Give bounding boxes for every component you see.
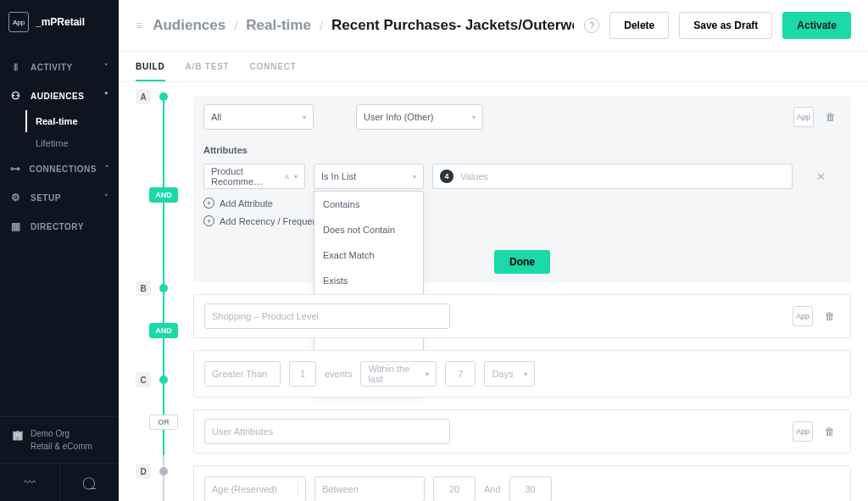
and-label: And (484, 484, 501, 494)
subnav-lifetime[interactable]: Lifetime (25, 132, 119, 154)
subnav-realtime[interactable]: Real-time (25, 110, 119, 132)
done-button[interactable]: Done (494, 250, 550, 274)
step-badge-b: B (136, 281, 151, 296)
event-select[interactable]: User Info (Other)▾ (356, 104, 483, 130)
breadcrumb-sep: / (320, 19, 323, 33)
chevron-down-icon: ▾ (294, 173, 298, 181)
org-selector[interactable]: 🏢 Demo Org Retail & eComm (0, 416, 119, 463)
nav-audiences[interactable]: ⚇AUDIENCES˅ (0, 81, 119, 110)
app-filter-button[interactable]: App (793, 107, 814, 127)
logo-icon: App (8, 12, 29, 32)
help-icon[interactable]: ? (584, 18, 599, 33)
step-dot (159, 284, 168, 292)
step-badge-a: A (136, 89, 151, 104)
option-contains[interactable]: Contains (314, 192, 423, 217)
delete-icon[interactable]: 🗑 (820, 421, 840, 442)
value-from[interactable]: 20 (433, 476, 476, 501)
delete-button[interactable]: Delete (609, 12, 669, 39)
event-select[interactable]: Shopping – Product Level (204, 303, 450, 329)
events-label: events (325, 369, 352, 379)
step-badge-c: C (136, 372, 151, 387)
save-draft-button[interactable]: Save as Draft (679, 12, 772, 39)
tab-connect[interactable]: CONNECT (250, 62, 297, 81)
org-name: Demo Org (31, 427, 92, 440)
nav-connections[interactable]: ⊶CONNECTIONS˅ (0, 154, 119, 183)
chevron-down-icon: ˅ (105, 164, 110, 173)
app-name: _mPRetail (36, 16, 85, 28)
nav-directory[interactable]: ▦DIRECTORY (0, 212, 119, 241)
connector-and[interactable]: AND (149, 323, 178, 338)
add-attribute-link[interactable]: +Add Attribute (203, 198, 841, 209)
footer-profile-button[interactable]: ◯̲ (60, 464, 120, 501)
criteria-card-b-detail[interactable]: Greater Than 1 events Within the last▾ 7… (193, 350, 851, 398)
user-icon: ◯̲ (82, 476, 96, 489)
criteria-card-c-detail[interactable]: Age (Reserved) Between 20 And 30 (193, 465, 851, 501)
criteria-card-c[interactable]: User Attributes App 🗑 (193, 409, 851, 454)
option-does-not-contain[interactable]: Does not Contain (314, 217, 423, 242)
option-exact-match[interactable]: Exact Match (314, 242, 423, 268)
app-filter-button[interactable]: App (793, 421, 813, 442)
delete-icon[interactable]: 🗑 (820, 306, 840, 326)
timeframe-number[interactable]: 7 (445, 361, 476, 387)
add-recency-link[interactable]: +Add Recency / Frequency (203, 215, 841, 226)
timeframe-select[interactable]: Within the last▾ (360, 361, 437, 387)
chevron-down-icon: ▾ (524, 370, 527, 378)
step-dot (159, 376, 168, 384)
connections-icon: ⊶ (10, 163, 21, 175)
step-dot (159, 467, 168, 476)
scope-select[interactable]: All▾ (203, 104, 314, 130)
criteria-card-b[interactable]: Shopping – Product Level App 🗑 (193, 294, 851, 338)
event-select[interactable]: User Attributes (204, 419, 450, 444)
attribute-name-select[interactable]: Product Recomme…A▾ (203, 164, 305, 189)
plus-icon: + (203, 198, 214, 209)
tab-abtest[interactable]: A/B TEST (186, 62, 230, 81)
chevron-down-icon: ˅ (104, 92, 109, 100)
tab-build[interactable]: BUILD (136, 62, 165, 81)
count-input[interactable]: 1 (289, 361, 316, 387)
operator-select[interactable]: Between (314, 476, 425, 501)
chevron-down-icon: ▾ (426, 370, 429, 378)
footer-waves-button[interactable]: 〰 (0, 464, 60, 501)
timeframe-unit[interactable]: Days▾ (484, 361, 535, 387)
values-count-badge: 4 (440, 170, 453, 183)
attributes-label: Attributes (203, 145, 841, 155)
waves-icon: 〰 (24, 476, 36, 489)
delete-icon[interactable]: 🗑 (821, 107, 841, 127)
breadcrumb-sep: / (234, 19, 237, 33)
remove-row-icon[interactable]: ✕ (801, 170, 841, 183)
chevron-down-icon: ˅ (104, 63, 109, 71)
connector-and[interactable]: AND (149, 187, 178, 203)
chevron-down-icon: ▾ (472, 114, 476, 121)
app-logo[interactable]: App _mPRetail (0, 0, 119, 44)
nav-activity[interactable]: ⫴ACTIVITY˅ (0, 53, 119, 81)
step-badge-d: D (136, 464, 151, 479)
users-icon: ⚇ (10, 90, 22, 102)
chevron-down-icon: ˅ (104, 193, 109, 202)
connector-or[interactable]: OR (149, 415, 178, 430)
option-exists[interactable]: Exists (314, 268, 423, 293)
criteria-card-a: All▾ User Info (Other)▾ App 🗑 Attributes… (193, 96, 851, 282)
step-dot (159, 92, 168, 101)
attribute-select[interactable]: Age (Reserved) (204, 476, 306, 501)
breadcrumb-realtime[interactable]: Real-time (246, 17, 311, 34)
chevron-down-icon: ▾ (413, 173, 416, 181)
building-icon: 🏢 (12, 428, 24, 443)
app-filter-button[interactable]: App (793, 306, 813, 326)
condition-select[interactable]: Is In List▾ Contains Does not Contain Ex… (314, 164, 424, 189)
breadcrumb-audiences[interactable]: Audiences (153, 17, 225, 34)
value-to[interactable]: 30 (509, 476, 552, 501)
org-sub: Retail & eComm (31, 440, 92, 453)
collapse-sidebar-icon[interactable]: ≡ (136, 19, 142, 32)
audience-title-dropdown[interactable]: Recent Purchases- Jackets/Outerwear- btw… (331, 17, 574, 34)
activate-button[interactable]: Activate (782, 12, 851, 39)
grid-icon: ▦ (10, 220, 22, 232)
values-select[interactable]: 4 Values (432, 164, 793, 189)
comparator-select[interactable]: Greater Than (204, 361, 281, 387)
analytics-icon: ⫴ (10, 61, 22, 73)
plus-icon: + (203, 215, 214, 226)
chevron-down-icon: ▾ (303, 114, 306, 121)
gear-icon: ⚙ (10, 192, 22, 203)
nav-setup[interactable]: ⚙SETUP˅ (0, 183, 119, 212)
